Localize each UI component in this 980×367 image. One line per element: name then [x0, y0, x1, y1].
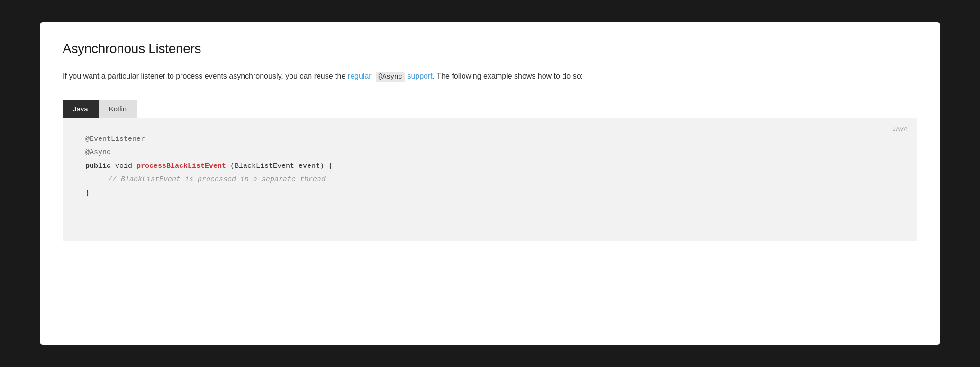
tabs-wrapper: Java Kotlin JAVA @EventListener @Async p…	[63, 100, 917, 241]
code-block: JAVA @EventListener @Async public void p…	[63, 118, 917, 241]
code-lang-label: JAVA	[892, 125, 908, 132]
code-content: @EventListener @Async public void proces…	[85, 133, 895, 201]
code-line-1: @EventListener	[85, 133, 895, 147]
tabs-container: Java Kotlin	[63, 100, 917, 118]
async-code-inline: @Async	[376, 72, 405, 82]
description-part2: . The following example shows how to do …	[433, 72, 583, 80]
tab-kotlin[interactable]: Kotlin	[99, 100, 137, 118]
regular-link[interactable]: regular	[348, 72, 372, 80]
main-card: Asynchronous Listeners If you want a par…	[40, 22, 940, 345]
method-params: (BlackListEvent event) {	[230, 162, 333, 170]
tab-java[interactable]: Java	[63, 100, 99, 118]
page-title: Asynchronous Listeners	[63, 41, 917, 56]
keyword-void: void	[115, 162, 136, 170]
code-line-4: // BlackListEvent is processed in a sepa…	[85, 173, 895, 187]
keyword-public: public	[85, 162, 111, 170]
method-name: processBlackListEvent	[136, 162, 226, 170]
description-text: If you want a particular listener to pro…	[63, 70, 917, 83]
code-line-5: }	[85, 187, 895, 201]
code-line-3: public void processBlackListEvent (Black…	[85, 160, 895, 174]
description-part1: If you want a particular listener to pro…	[63, 72, 348, 80]
support-link[interactable]: support	[407, 72, 432, 80]
code-line-2: @Async	[85, 146, 895, 160]
